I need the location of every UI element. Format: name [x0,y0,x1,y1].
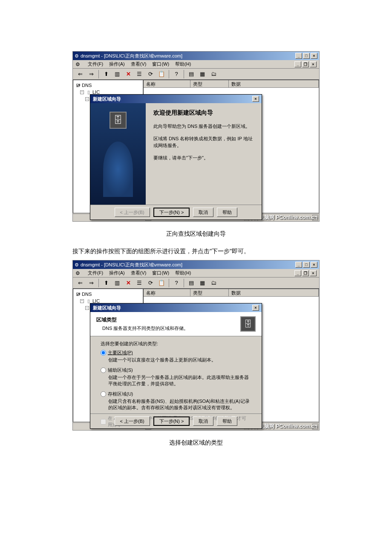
wizard-p2: 区域将 DNS 名称转换成相关数据，例如 IP 地址或网络服务。 [153,135,254,149]
wizard-title: 新建区域向导 [93,305,252,311]
cancel-button[interactable]: 取消 [193,416,213,426]
col-name[interactable]: 名称 [144,289,190,296]
help-button[interactable]: ? [172,278,181,288]
menu-action[interactable]: 操作(A) [109,270,125,276]
wizard-title: 新建区域向导 [93,96,252,102]
menu-help[interactable]: 帮助(H) [175,61,191,67]
toolbar: ⇐ ⇒ ⬆ ▥ ✕ ☰ ⟳ 📋 ? ▤ ▦ 🗂 [73,69,319,80]
forward-button[interactable]: ⇒ [86,69,96,79]
separator [169,279,169,287]
col-name[interactable]: 名称 [144,80,190,87]
detail-button[interactable]: ▦ [198,69,207,79]
doc-restore[interactable]: ❐ [302,270,309,276]
help-button[interactable]: 帮助 [217,416,237,426]
opt3-description: 创建只含有名称服务器(NS)、起始授权机构(SOA)和粘连主机(A)记录的区域的… [108,398,251,411]
detail-button[interactable]: ▦ [198,278,207,288]
doc-restore[interactable]: ❐ [302,61,309,67]
wizard-subheading: DNS 服务器支持不同类型的区域和存储。 [102,325,240,332]
menu-window[interactable]: 窗口(W) [152,61,169,67]
export-button[interactable]: 📋 [157,278,166,288]
next-button[interactable]: 下一步(N) > [153,208,190,217]
up-button[interactable]: ⬆ [101,69,111,79]
app-title: dnsmgmt - [DNS\LIC\正向查找区域\vmware.com] [81,53,182,59]
opt1-description: 创建一个可以直接在这个服务器上更新的区域副本。 [108,357,251,363]
opt2-description: 创建一个存在于另一个服务器上的区域的副本。此选项帮助主服务器平衡处理的工作量，并… [108,374,251,387]
export-button[interactable]: 📋 [157,69,166,79]
tree-root[interactable]: 🖳DNS [75,82,141,89]
screenshot-2: ⚙ dnsmgmt - [DNS\LIC\正向查找区域\vmware.com] … [72,260,320,431]
doc-close[interactable]: × [310,61,317,67]
minimize-button[interactable]: _ [295,262,302,268]
help-button[interactable]: ? [172,69,181,79]
wizard-header: 区域类型 DNS 服务器支持不同类型的区域和存储。 🗄 [90,312,262,336]
doc-close[interactable]: × [310,270,317,276]
filter-button[interactable]: 🗂 [209,278,218,288]
col-data[interactable]: 数据 [229,80,319,87]
wizard-server-icon: 🗄 [240,316,256,332]
back-button[interactable]: ⇐ [75,69,85,79]
scroll-right-button[interactable]: ► [312,424,318,430]
wizard-p1: 此向导帮助您为 DNS 服务器创建一个新区域。 [153,123,254,130]
list-button[interactable]: ▤ [187,278,196,288]
menubar: ⚙ 文件(F) 操作(A) 查看(V) 窗口(W) 帮助(H) _ ❐ × [73,60,319,69]
caption-2: 选择创建区域的类型 [72,439,320,447]
col-type[interactable]: 类型 [190,289,229,296]
menubar: ⚙ 文件(F) 操作(A) 查看(V) 窗口(W) 帮助(H) _ ❐ × [73,269,319,278]
scroll-right-button[interactable]: ► [312,215,318,221]
refresh-button[interactable]: ⟳ [146,69,155,79]
wizard-heading: 区域类型 [96,316,240,324]
refresh-button[interactable]: ⟳ [146,278,155,288]
wizard-dialog: 新建区域向导 × 区域类型 DNS 服务器支持不同类型的区域和存储。 🗄 选择您… [90,303,262,429]
up-button[interactable]: ⬆ [101,278,111,288]
menu-view[interactable]: 查看(V) [131,270,147,276]
wizard-sidebar: 🗄 [90,103,146,205]
properties-button[interactable]: ☰ [135,69,144,79]
back-button[interactable]: ⇐ [75,278,85,288]
radio-stub-zone[interactable]: 存根区域(U) [101,391,251,397]
delete-button[interactable]: ✕ [124,69,133,79]
titlebar: ⚙ dnsmgmt - [DNS\LIC\正向查找区域\vmware.com] … [73,260,319,269]
close-button[interactable]: × [311,262,317,268]
wizard-close-button[interactable]: × [252,96,259,102]
menu-view[interactable]: 查看(V) [131,61,147,67]
wizard-p3: 要继续，请单击"下一步"。 [153,154,254,162]
radio-primary-zone[interactable]: 主要区域(P) [101,350,251,356]
help-button[interactable]: 帮助 [217,208,237,217]
minimize-button[interactable]: _ [295,53,302,59]
separator [184,70,184,78]
filter-button[interactable]: 🗂 [209,69,218,79]
wizard-server-icon: 🗄 [110,112,127,129]
tree-root[interactable]: 🖳DNS [75,291,141,298]
back-button: < 上一步(B) [115,208,150,217]
wizard-heading: 欢迎使用新建区域向导 [153,109,254,117]
doc-minimize[interactable]: _ [294,61,301,67]
properties-button[interactable]: ☰ [135,278,144,288]
close-button[interactable]: × [311,53,317,59]
select-label: 选择您要创建的区域的类型: [101,341,251,347]
cancel-button[interactable]: 取消 [193,208,213,217]
menu-action[interactable]: 操作(A) [109,61,125,67]
col-type[interactable]: 类型 [190,80,229,87]
forward-button[interactable]: ⇒ [86,278,96,288]
radio-secondary-zone[interactable]: 辅助区域(S) [101,367,251,373]
menu-help[interactable]: 帮助(H) [175,270,191,276]
show-hide-button[interactable]: ▥ [112,69,122,79]
wizard-close-button[interactable]: × [252,305,259,311]
separator [169,70,169,78]
list-button[interactable]: ▤ [187,69,196,79]
menu-icon: ⚙ [75,270,80,276]
app-title: dnsmgmt - [DNS\LIC\正向查找区域\vmware.com] [81,262,182,268]
wizard-titlebar: 新建区域向导 × [90,95,262,103]
menu-file[interactable]: 文件(F) [88,270,103,276]
menu-file[interactable]: 文件(F) [88,61,103,67]
doc-minimize[interactable]: _ [294,270,301,276]
next-button[interactable]: 下一步(N) > [153,416,190,426]
menu-window[interactable]: 窗口(W) [152,270,169,276]
delete-button[interactable]: ✕ [124,278,133,288]
wizard-dialog: 新建区域向导 × 🗄 欢迎使用新建区域向导 此向导帮助您为 DNS 服务器创建一… [90,94,262,220]
show-hide-button[interactable]: ▥ [112,278,122,288]
maximize-button[interactable]: □ [303,262,310,268]
col-data[interactable]: 数据 [229,289,319,296]
back-button[interactable]: < 上一步(B) [115,416,150,426]
maximize-button[interactable]: □ [303,53,310,59]
